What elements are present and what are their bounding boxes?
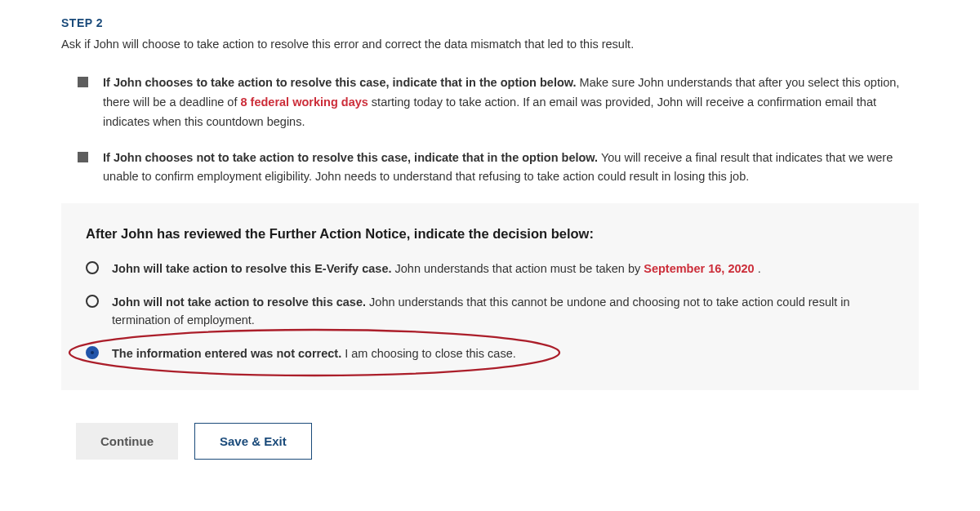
radio-red-phrase: September 16, 2020	[644, 262, 754, 275]
bullet-red-phrase: 8 federal working days	[240, 96, 368, 109]
decision-panel: After John has reviewed the Further Acti…	[61, 203, 919, 390]
radio-text-rest: I am choosing to close this case.	[345, 347, 516, 360]
bullet-square-icon	[78, 77, 88, 87]
step-description: Ask if John will choose to take action t…	[61, 36, 919, 54]
radio-label: John will take action to resolve this E-…	[112, 260, 761, 278]
radio-button[interactable]	[86, 295, 99, 308]
radio-text-before: John understands that action must be tak…	[395, 262, 644, 275]
continue-button[interactable]: Continue	[76, 423, 178, 460]
bullet-bold-lead: If John chooses not to take action to re…	[103, 151, 598, 164]
radio-label: John will not take action to resolve thi…	[112, 293, 894, 330]
radio-button-selected[interactable]	[86, 346, 99, 359]
bullet-item-take-action: If John chooses to take action to resolv…	[61, 73, 919, 132]
bullet-bold-lead: If John chooses to take action to resolv…	[103, 76, 577, 89]
radio-bold: John will not take action to resolve thi…	[112, 295, 366, 309]
radio-option-no-action[interactable]: John will not take action to resolve thi…	[86, 293, 894, 330]
radio-option-take-action[interactable]: John will take action to resolve this E-…	[86, 260, 894, 278]
radio-bold: The information entered was not correct.	[112, 347, 341, 360]
step-label: STEP 2	[61, 16, 919, 29]
button-row: Continue Save & Exit	[61, 423, 919, 460]
step-header: STEP 2 Ask if John will choose to take a…	[61, 16, 919, 54]
radio-button[interactable]	[86, 261, 99, 274]
decision-title: After John has reviewed the Further Acti…	[86, 226, 894, 242]
save-exit-button[interactable]: Save & Exit	[194, 423, 312, 460]
radio-option-close-case[interactable]: The information entered was not correct.…	[86, 344, 894, 362]
bullet-item-no-action: If John chooses not to take action to re…	[61, 149, 919, 188]
bullet-text: If John chooses not to take action to re…	[103, 149, 919, 188]
bullet-square-icon	[78, 152, 88, 162]
bullet-text: If John chooses to take action to resolv…	[103, 73, 919, 132]
radio-label: The information entered was not correct.…	[112, 344, 516, 362]
radio-text-after: .	[758, 262, 761, 275]
radio-bold: John will take action to resolve this E-…	[112, 262, 392, 275]
